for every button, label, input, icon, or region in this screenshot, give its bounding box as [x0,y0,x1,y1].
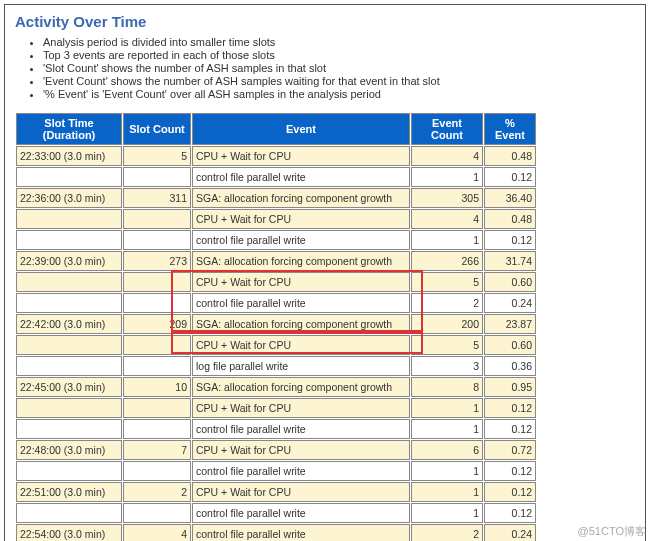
cell-slot-count: 10 [123,377,191,397]
cell-event: CPU + Wait for CPU [192,440,410,460]
cell-event-count: 4 [411,146,483,166]
cell-event-count: 305 [411,188,483,208]
table-row: log file parallel write30.36 [16,356,536,376]
cell-event-count: 5 [411,272,483,292]
cell-pct-event: 0.48 [484,209,536,229]
table-row: 22:54:00 (3.0 min)4control file parallel… [16,524,536,541]
cell-slot-time: 22:51:00 (3.0 min) [16,482,122,502]
cell-slot-time: 22:48:00 (3.0 min) [16,440,122,460]
cell-slot-time [16,503,122,523]
credit-text: @51CTO博客 [578,524,646,539]
cell-slot-time [16,272,122,292]
table-row: control file parallel write20.24 [16,293,536,313]
cell-event: control file parallel write [192,293,410,313]
table-row: 22:39:00 (3.0 min)273SGA: allocation for… [16,251,536,271]
cell-event: control file parallel write [192,503,410,523]
cell-event: control file parallel write [192,230,410,250]
cell-event-count: 1 [411,482,483,502]
cell-pct-event: 23.87 [484,314,536,334]
cell-event-count: 1 [411,419,483,439]
cell-slot-count [123,230,191,250]
cell-slot-count: 2 [123,482,191,502]
cell-event: CPU + Wait for CPU [192,146,410,166]
cell-slot-count: 273 [123,251,191,271]
cell-pct-event: 0.36 [484,356,536,376]
cell-event: CPU + Wait for CPU [192,335,410,355]
cell-event-count: 8 [411,377,483,397]
table-row: CPU + Wait for CPU50.60 [16,335,536,355]
cell-event: control file parallel write [192,167,410,187]
cell-event-count: 1 [411,503,483,523]
cell-slot-time: 22:39:00 (3.0 min) [16,251,122,271]
cell-slot-count [123,167,191,187]
cell-slot-time [16,419,122,439]
table-row: CPU + Wait for CPU40.48 [16,209,536,229]
cell-slot-count [123,356,191,376]
cell-slot-time [16,209,122,229]
cell-event-count: 6 [411,440,483,460]
cell-pct-event: 0.12 [484,503,536,523]
cell-event-count: 1 [411,230,483,250]
col-pct-event: % Event [484,113,536,145]
cell-event-count: 1 [411,461,483,481]
cell-event: SGA: allocation forcing component growth [192,251,410,271]
cell-slot-count [123,398,191,418]
cell-pct-event: 0.12 [484,230,536,250]
cell-slot-count [123,503,191,523]
table-row: 22:42:00 (3.0 min)209SGA: allocation for… [16,314,536,334]
cell-slot-count: 4 [123,524,191,541]
cell-event: CPU + Wait for CPU [192,398,410,418]
cell-pct-event: 0.48 [484,146,536,166]
table-row: CPU + Wait for CPU10.12 [16,398,536,418]
cell-event: CPU + Wait for CPU [192,482,410,502]
explanation-item: 'Event Count' shows the number of ASH sa… [43,75,635,87]
cell-slot-time [16,230,122,250]
cell-slot-time: 22:45:00 (3.0 min) [16,377,122,397]
cell-slot-time [16,335,122,355]
section-title: Activity Over Time [15,13,635,30]
cell-slot-time: 22:36:00 (3.0 min) [16,188,122,208]
cell-slot-time: 22:54:00 (3.0 min) [16,524,122,541]
cell-slot-count [123,272,191,292]
table-row: control file parallel write10.12 [16,230,536,250]
cell-event: log file parallel write [192,356,410,376]
col-event-count: Event Count [411,113,483,145]
cell-pct-event: 0.95 [484,377,536,397]
cell-slot-time [16,356,122,376]
col-slot-count: Slot Count [123,113,191,145]
explanation-item: '% Event' is 'Event Count' over all ASH … [43,88,635,100]
cell-event-count: 1 [411,398,483,418]
cell-slot-time: 22:42:00 (3.0 min) [16,314,122,334]
table-row: 22:36:00 (3.0 min)311SGA: allocation for… [16,188,536,208]
col-event: Event [192,113,410,145]
cell-event: control file parallel write [192,461,410,481]
cell-event: control file parallel write [192,524,410,541]
explanation-item: 'Slot Count' shows the number of ASH sam… [43,62,635,74]
cell-event-count: 2 [411,293,483,313]
cell-slot-count: 311 [123,188,191,208]
cell-slot-count: 5 [123,146,191,166]
cell-event: CPU + Wait for CPU [192,209,410,229]
activity-table: Slot Time (Duration) Slot Count Event Ev… [15,112,537,541]
cell-pct-event: 0.12 [484,398,536,418]
col-slot-time: Slot Time (Duration) [16,113,122,145]
cell-pct-event: 0.60 [484,335,536,355]
table-row: CPU + Wait for CPU50.60 [16,272,536,292]
cell-event-count: 266 [411,251,483,271]
cell-slot-time: 22:33:00 (3.0 min) [16,146,122,166]
cell-slot-time [16,461,122,481]
table-row: 22:51:00 (3.0 min)2CPU + Wait for CPU10.… [16,482,536,502]
cell-slot-count [123,293,191,313]
cell-pct-event: 0.24 [484,293,536,313]
explanation-list: Analysis period is divided into smaller … [43,36,635,100]
cell-pct-event: 0.72 [484,440,536,460]
table-row: 22:33:00 (3.0 min)5CPU + Wait for CPU40.… [16,146,536,166]
cell-slot-time [16,167,122,187]
table-row: control file parallel write10.12 [16,461,536,481]
cell-pct-event: 0.12 [484,461,536,481]
cell-slot-time [16,293,122,313]
cell-event-count: 200 [411,314,483,334]
cell-pct-event: 0.60 [484,272,536,292]
cell-slot-count [123,335,191,355]
table-row: control file parallel write10.12 [16,419,536,439]
